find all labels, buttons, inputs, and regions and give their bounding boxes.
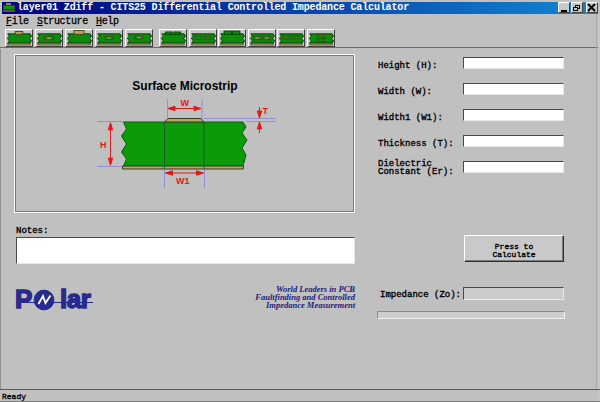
svg-text:H: H	[100, 140, 107, 150]
svg-text:lar: lar	[60, 284, 91, 312]
svg-text:W1: W1	[176, 176, 190, 186]
svg-text:T: T	[263, 106, 269, 116]
svg-text:W: W	[181, 98, 190, 108]
svg-text:P: P	[15, 284, 32, 312]
